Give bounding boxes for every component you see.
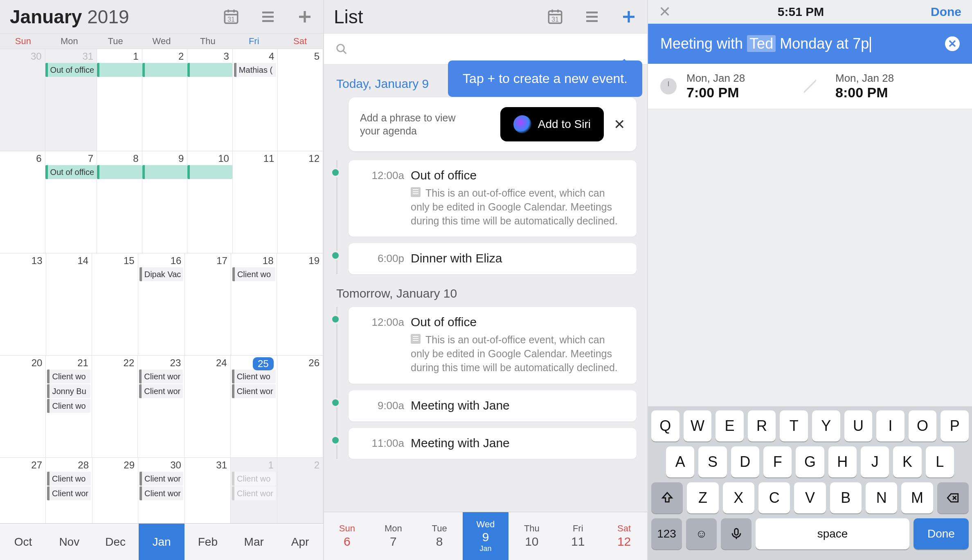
key-f[interactable]: F [763,446,792,477]
key-e[interactable]: E [716,410,744,441]
key-j[interactable]: J [861,446,889,477]
weekbar-day[interactable]: Sat12 [601,512,647,560]
event-chip[interactable] [142,165,187,179]
event-chip[interactable]: Client wo [232,472,276,486]
event-chip[interactable]: Client wo [232,267,276,281]
day-cell[interactable]: 6 [0,151,45,253]
day-cell[interactable]: 11 [233,151,278,253]
month-tab[interactable]: Apr [277,524,323,560]
week-bar[interactable]: Sun6Mon7Tue8Wed9JanThu10Fri11Sat12 [324,512,647,560]
event-dates[interactable]: Mon, Jan 28 7:00 PM Mon, Jan 28 8:00 PM [648,64,972,109]
month-tab[interactable]: Feb [184,524,231,560]
event-chip[interactable] [187,63,232,77]
day-cell[interactable]: 10 [187,151,233,253]
day-cell[interactable]: 22 [92,356,138,457]
day-cell[interactable]: 8 [97,151,142,253]
key-c[interactable]: C [758,482,790,513]
event-chip[interactable]: Client wo [232,370,276,383]
day-cell[interactable]: 25Client woClient wor [231,356,277,457]
key-z[interactable]: Z [687,482,718,513]
event-chip[interactable]: Client wo [47,472,91,486]
close-icon[interactable]: ✕ [614,116,625,132]
weekbar-day[interactable]: Thu10 [509,512,555,560]
day-cell[interactable]: 19 [277,253,323,355]
day-cell[interactable]: 18Client wo [231,253,277,355]
event-card[interactable]: 6:00p Dinner with Eliza [349,243,637,274]
day-cell[interactable]: 14 [46,253,92,355]
event-chip[interactable]: Out of office [45,165,97,179]
month-bar[interactable]: OctNovDecJanFebMarApr [0,523,323,560]
key-p[interactable]: P [941,410,969,441]
day-cell[interactable]: 13 [0,253,46,355]
shift-key[interactable] [651,482,683,513]
event-chip[interactable]: Client wor [140,486,183,500]
today-icon[interactable]: 31 [547,8,564,25]
day-cell[interactable]: 9 [142,151,188,253]
weekbar-day[interactable]: Tue8 [416,512,463,560]
month-tab[interactable]: Nov [46,524,92,560]
day-cell[interactable]: 24 [184,356,230,457]
event-chip[interactable] [187,165,232,179]
key-s[interactable]: S [698,446,727,477]
keyboard-done-key[interactable]: Done [914,518,969,549]
event-chip[interactable]: Client wor [139,384,183,398]
event-chip[interactable]: Client wor [139,370,183,383]
event-chip[interactable]: Client wor [232,486,276,500]
event-chip[interactable]: Client wo [47,370,90,383]
day-cell[interactable]: 7Out of office [45,151,97,253]
day-cell[interactable]: 12 [278,151,323,253]
event-card[interactable]: 9:00a Meeting with Jane [349,390,637,421]
clear-icon[interactable]: ✕ [945,36,960,51]
event-card[interactable]: 11:00a Meeting with Jane [349,428,637,459]
key-m[interactable]: M [901,482,933,513]
add-icon[interactable] [296,8,313,25]
key-k[interactable]: K [893,446,921,477]
add-icon[interactable] [620,8,637,25]
day-cell[interactable]: 2 [142,49,188,151]
weekbar-day[interactable]: Sun6 [324,512,370,560]
key-d[interactable]: D [731,446,759,477]
key-x[interactable]: X [723,482,754,513]
event-chip[interactable]: Jonny Bu [47,384,90,398]
month-tab[interactable]: Jan [139,524,185,560]
day-cell[interactable]: 20 [0,356,46,457]
key-r[interactable]: R [748,410,776,441]
start-datetime[interactable]: Mon, Jan 28 7:00 PM [686,72,811,101]
day-cell[interactable]: 16Dipak Vac [138,253,185,355]
event-chip[interactable]: Out of office [45,63,97,77]
event-chip[interactable]: Client wor [232,384,276,398]
event-chip[interactable] [97,165,142,179]
day-cell[interactable]: 5 [278,49,323,151]
numbers-key[interactable]: 123 [651,518,682,549]
day-cell[interactable]: 30 [0,49,45,151]
day-cell[interactable]: 1 [97,49,142,151]
event-chip[interactable]: Client wo [47,399,90,413]
backspace-key[interactable] [937,482,969,513]
event-card[interactable]: 12:00a Out of officeThis is an out-of-of… [349,160,637,237]
key-q[interactable]: Q [651,410,680,441]
event-card[interactable]: 12:00a Out of officeThis is an out-of-of… [349,307,637,383]
key-a[interactable]: A [666,446,694,477]
day-cell[interactable]: 21Client woJonny BuClient wo [46,356,92,457]
key-i[interactable]: I [876,410,904,441]
end-datetime[interactable]: Mon, Jan 28 8:00 PM [811,72,960,101]
weekbar-day[interactable]: Wed9Jan [463,512,509,560]
day-cell[interactable]: 17 [185,253,231,355]
day-cell[interactable]: 26 [277,356,323,457]
nlp-input[interactable]: Meeting with Ted Monday at 7p ✕ [648,24,972,64]
month-tab[interactable]: Mar [231,524,277,560]
key-l[interactable]: L [926,446,954,477]
key-n[interactable]: N [866,482,897,513]
key-g[interactable]: G [796,446,824,477]
day-cell[interactable]: 31Out of office [45,49,97,151]
month-grid[interactable]: 3031Out of office1234Mathias (567Out of … [0,49,323,560]
menu-icon[interactable] [259,8,277,25]
day-cell[interactable]: 15 [92,253,138,355]
key-u[interactable]: U [844,410,873,441]
event-chip[interactable]: Client wor [47,486,91,500]
add-to-siri-button[interactable]: Add to Siri [500,107,604,141]
key-b[interactable]: B [830,482,862,513]
space-key[interactable]: space [756,518,909,549]
menu-icon[interactable] [583,8,601,25]
key-w[interactable]: W [684,410,712,441]
